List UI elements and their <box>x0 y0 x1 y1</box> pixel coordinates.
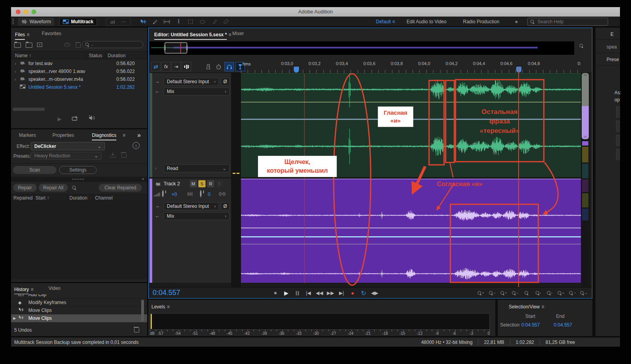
play-button[interactable]: ▶ <box>281 289 292 297</box>
levels-title[interactable]: Levels ≡ <box>151 303 170 310</box>
diagnostics-results-header[interactable]: RepairedStart ↑DurationChannel <box>11 194 147 202</box>
razor-tool-icon[interactable] <box>151 18 159 25</box>
track2-volume-knob[interactable] <box>162 190 164 197</box>
levels-meter[interactable] <box>150 313 490 330</box>
record-timer-icon[interactable] <box>214 62 223 71</box>
repair-button[interactable]: Repair <box>13 184 37 192</box>
tab-properties[interactable]: Properties <box>52 133 74 138</box>
loop-playback-button[interactable]: ↻ <box>358 289 369 297</box>
files-horizontal-scrollbar[interactable] <box>13 108 45 111</box>
track2-mute-button[interactable]: M <box>190 180 197 187</box>
files-list-header[interactable]: Name ↑ Status Duration <box>11 51 147 59</box>
track1-phase-button[interactable]: Ø <box>221 78 230 86</box>
navigator-view-box[interactable] <box>164 42 187 54</box>
result-column-2[interactable]: Duration <box>69 195 87 201</box>
editor-menu-icon[interactable]: ≡ <box>229 32 231 37</box>
clear-repaired-button[interactable]: Clear Repaired <box>99 184 142 192</box>
history-menu-icon[interactable]: ≡ <box>31 287 34 292</box>
track1-output-selector[interactable]: Mix› <box>164 88 230 95</box>
selection-view-menu-icon[interactable]: ≡ <box>541 304 544 310</box>
track1-volume-envelope[interactable] <box>241 102 581 103</box>
track1-automation-mode[interactable]: Read⌄ <box>164 164 230 172</box>
diagnostics-menu-icon[interactable]: ≡ <box>123 133 125 138</box>
rewind-button[interactable]: ◀◀ <box>314 289 325 297</box>
zoom-duration-button[interactable]: ◔ <box>567 289 578 297</box>
file-row[interactable]: Untitled Session 5.sesx *1:02.282 <box>11 83 147 91</box>
zoom-in-point-button[interactable]: ‹ <box>532 289 544 297</box>
column-duration[interactable]: Duration <box>108 53 125 58</box>
time-selection-tool-icon[interactable]: I <box>175 18 182 25</box>
lasso-selection-icon[interactable] <box>199 18 206 25</box>
track2-volume-envelope[interactable] <box>241 228 581 228</box>
selection-start-marker[interactable] <box>294 67 299 73</box>
track2-solo-button[interactable]: S <box>198 180 205 187</box>
track2-input-selector[interactable]: Default Stereo Input› <box>164 202 219 210</box>
info-icon[interactable]: i <box>133 142 140 149</box>
file-row[interactable]: ›for test.wav0:56.620 <box>11 60 147 67</box>
workspace-menu-icon[interactable]: ≡ <box>392 19 395 24</box>
waveform-view-button[interactable]: Waveform <box>18 18 54 26</box>
record-button[interactable]: ● <box>347 289 358 297</box>
expand-chevron-icon[interactable]: › <box>11 77 20 82</box>
repair-all-button[interactable]: Repair All <box>39 184 68 192</box>
spectral-frequency-icon[interactable] <box>109 18 116 25</box>
diagnostics-results-list[interactable] <box>11 202 147 279</box>
files-panel-menu-icon[interactable]: ≡ <box>27 32 30 37</box>
tab-mixer[interactable]: Mixer <box>232 31 244 36</box>
timeline-ruler[interactable]: hms 0:03,00:03,20:03,40:03,60:03,80:04,0… <box>241 60 581 73</box>
effect-dropdown[interactable]: DeClicker⌄ <box>31 142 105 150</box>
track2-output-selector[interactable]: Mix› <box>164 212 230 220</box>
track1-pan-envelope[interactable] <box>241 119 581 120</box>
expand-chevron-icon[interactable]: › <box>11 62 20 66</box>
tab-editor[interactable]: Editor: Untitled Session 5.sesx * ≡ <box>154 31 231 38</box>
selection-end-value[interactable]: 0:04.557 <box>554 322 572 328</box>
history-row[interactable]: Move Clips <box>11 306 147 314</box>
history-row[interactable]: ◆Modify Keyframes <box>11 299 147 306</box>
track2-volume-value[interactable]: +0 <box>172 192 177 197</box>
zoom-selection-button[interactable]: ‹› <box>555 289 567 297</box>
result-column-1[interactable]: Start ↑ <box>35 195 49 201</box>
fast-forward-button[interactable]: ▶▶ <box>325 289 336 297</box>
auto-play-icon[interactable] <box>72 115 78 122</box>
panel-splitter[interactable]: ▾ <box>11 177 147 182</box>
tab-history[interactable]: History ≡ <box>14 286 34 293</box>
column-name[interactable]: Name ↑ <box>15 53 31 58</box>
track-overview-scrollbar[interactable] <box>581 73 590 287</box>
skip-to-start-button[interactable]: |◀ <box>303 289 314 297</box>
spot-healing-brush-icon[interactable] <box>222 18 230 25</box>
file-row[interactable]: ›speaker...m-observer.m4a0:56.022 <box>11 75 147 83</box>
track2-pan-value[interactable]: 0 <box>208 192 211 197</box>
zoom-out-vertical-button[interactable]: − <box>487 289 498 297</box>
zoom-full-button[interactable]: ↔ <box>578 289 590 297</box>
effects-toggle-icon[interactable]: fx <box>161 62 171 71</box>
playhead-time-display[interactable]: 0:04.557 <box>153 289 180 297</box>
levels-menu-icon[interactable]: ≡ <box>167 304 170 310</box>
selection-start-value[interactable]: 0:04.557 <box>521 322 540 328</box>
presets-dropdown[interactable]: Heavy Reduction⌄ <box>31 152 102 160</box>
expand-chevron-icon[interactable]: › <box>11 69 20 74</box>
zoom-in-horizontal-button[interactable]: + <box>498 289 510 297</box>
track2-pan-envelope[interactable] <box>241 236 581 237</box>
paintbrush-selection-icon[interactable] <box>211 18 218 25</box>
track1-automation-expand-icon[interactable]: › <box>155 166 156 170</box>
preview-play-icon[interactable]: ▶ <box>58 116 62 122</box>
insert-into-multitrack-icon[interactable] <box>64 42 70 48</box>
inputs-outputs-toggle-icon[interactable]: ⇄ <box>151 62 161 71</box>
selection-view-title[interactable]: Selection/View ≡ <box>509 303 544 310</box>
track2-phase-button[interactable]: Ø <box>221 202 230 210</box>
workspace-radio-production[interactable]: Radio Production <box>463 19 499 24</box>
pause-button[interactable] <box>292 289 303 297</box>
playhead-line[interactable] <box>518 67 519 287</box>
column-status[interactable]: Status <box>89 53 102 58</box>
import-file-icon[interactable] <box>26 43 32 47</box>
tab-files[interactable]: Files ≡ <box>15 31 30 38</box>
spectral-pitch-icon[interactable] <box>120 18 127 25</box>
result-column-3[interactable]: Channel <box>95 195 113 201</box>
workspace-overflow-chevron[interactable]: » <box>515 19 518 24</box>
scan-button[interactable]: Scan <box>13 166 56 174</box>
track2-name[interactable]: Track 2 <box>164 181 180 187</box>
track1-input-selector[interactable]: Default Stereo Input› <box>164 78 219 86</box>
controls-scroll-strip[interactable] <box>231 73 241 287</box>
workspace-edit-audio-to-video[interactable]: Edit Audio to Video <box>407 19 446 24</box>
zoom-out-point-button[interactable]: › <box>544 289 555 297</box>
